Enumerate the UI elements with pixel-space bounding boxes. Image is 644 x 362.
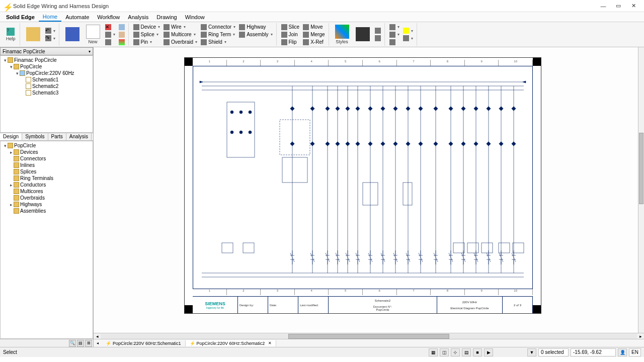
design-splices[interactable]: Splices xyxy=(2,168,92,175)
project-tree[interactable]: ▾Finamac PopCircle ▾PopCircle ▾PopCircle… xyxy=(0,55,93,133)
refresh-button[interactable] xyxy=(388,38,401,46)
status-lang[interactable]: EN xyxy=(629,348,641,356)
snap-grid-icon[interactable]: ▦ xyxy=(429,348,438,356)
assembly-button[interactable]: Assembly▾ xyxy=(237,31,274,38)
splice-button[interactable]: Splice▾ xyxy=(132,31,162,38)
find-button[interactable] xyxy=(353,23,373,46)
layer-icon[interactable]: ▤ xyxy=(462,348,471,356)
design-ringterminals[interactable]: Ring Terminals xyxy=(2,175,92,182)
design-highways[interactable]: ▸Highways xyxy=(2,201,92,208)
project-panel-header[interactable]: Finamac PopCircle ▾ xyxy=(0,47,93,55)
undo-button[interactable]: ↶▾ xyxy=(44,27,57,35)
ringterm-button[interactable]: Ring Term▾ xyxy=(199,31,237,38)
expand-icon[interactable]: ⊞ xyxy=(85,340,92,347)
tree-root[interactable]: ▾Finamac PopCircle xyxy=(2,57,92,63)
tab-design[interactable]: Design xyxy=(0,133,22,140)
flip-button[interactable]: Flip xyxy=(280,38,301,46)
design-assemblies[interactable]: Assemblies xyxy=(2,208,92,214)
horizontal-scrollbar[interactable]: ◂ ▸ xyxy=(94,333,644,339)
menu-workflow[interactable]: Workflow xyxy=(93,13,124,21)
drawing-canvas[interactable]: 12345678910 12345678910 xyxy=(94,47,644,333)
design-inlines[interactable]: Inlines xyxy=(2,162,92,168)
snap-object-icon[interactable]: ◫ xyxy=(440,348,449,356)
scroll-left-icon[interactable]: ◂ xyxy=(94,334,101,339)
shield-button[interactable]: Shield▾ xyxy=(199,38,237,46)
doc-tab-1[interactable]: ⚡PopCircle:220V 60Hz:Schematic1 xyxy=(102,340,186,346)
tree-schematic3[interactable]: Schematic3 xyxy=(2,89,92,96)
delete-button[interactable]: ✕ xyxy=(104,23,117,31)
zoom-button[interactable]: ▾ xyxy=(388,31,401,38)
scroll-right-icon[interactable]: ▸ xyxy=(637,334,644,339)
tab-parts[interactable]: Parts xyxy=(48,133,66,140)
left-panels: Finamac PopCircle ▾ ▾Finamac PopCircle ▾… xyxy=(0,47,94,347)
app-title: Solid Edge Wiring and Harness Design xyxy=(13,3,596,9)
tree-sub[interactable]: ▾PopCircle xyxy=(2,63,92,70)
filter-status-icon[interactable]: ▼ xyxy=(527,348,536,356)
menu-home[interactable]: Home xyxy=(39,13,61,22)
ortho-icon[interactable]: ⊹ xyxy=(451,348,460,356)
menu-solidedge[interactable]: Solid Edge xyxy=(2,13,39,21)
user-icon[interactable]: 👤 xyxy=(618,348,627,356)
measure-button[interactable]: ▾ xyxy=(401,35,415,42)
grid-button[interactable] xyxy=(104,38,117,46)
svg-rect-94 xyxy=(512,107,516,111)
design-devices[interactable]: ▸Devices xyxy=(2,149,92,155)
maximize-button[interactable]: ▭ xyxy=(611,1,626,11)
help-button[interactable]: ?Help xyxy=(4,27,18,42)
align-button[interactable] xyxy=(373,27,382,35)
design-conductors[interactable]: ▸Conductors xyxy=(2,182,92,188)
distribute-button[interactable] xyxy=(373,35,382,42)
schematic-content[interactable] xyxy=(196,72,530,283)
tree-schematic2[interactable]: Schematic2 xyxy=(2,83,92,89)
tool-c[interactable] xyxy=(117,38,126,46)
tool-b[interactable] xyxy=(117,31,126,38)
paste-button[interactable] xyxy=(23,23,43,46)
vertical-scrollbar[interactable] xyxy=(638,47,644,333)
tree-config[interactable]: ▾PopCircle:220V 60Hz xyxy=(2,70,92,76)
tab-symbols[interactable]: Symbols xyxy=(22,133,48,140)
tree-schematic1[interactable]: Schematic1 xyxy=(2,76,92,83)
play-icon[interactable]: ▶ xyxy=(484,348,493,356)
close-tab-icon[interactable]: ✕ xyxy=(268,341,272,345)
device-button[interactable]: Device▾ xyxy=(132,23,162,31)
highway-button[interactable]: Highway xyxy=(237,23,274,31)
multicore-button[interactable]: Multicore▾ xyxy=(162,31,199,38)
svg-rect-90 xyxy=(499,107,503,111)
join-button[interactable]: Join xyxy=(280,31,301,38)
filter-icon[interactable]: ▤ xyxy=(77,340,84,347)
merge-button[interactable]: Merge xyxy=(301,31,326,38)
tabs-nav-left[interactable]: ◂ xyxy=(97,341,102,345)
slice-button[interactable]: Slice xyxy=(280,23,301,31)
xref-button[interactable]: X-Ref xyxy=(301,38,326,46)
menu-window[interactable]: Window xyxy=(181,13,209,21)
design-root[interactable]: ▾PopCircle xyxy=(2,142,92,149)
highlight-button[interactable]: ▾ xyxy=(401,27,415,35)
menu-drawing[interactable]: Drawing xyxy=(152,13,181,21)
design-multicores[interactable]: Multicores xyxy=(2,188,92,195)
stop-icon[interactable]: ■ xyxy=(473,348,482,356)
doc-tab-2[interactable]: ⚡PopCircle:220V 60Hz:Schematic2✕ xyxy=(186,340,277,346)
styles-button[interactable]: Styles xyxy=(332,23,352,46)
titleblock: SIEMENSIngenuity for life Design by: Dat… xyxy=(193,296,533,313)
pin-button[interactable]: Pin▾ xyxy=(132,38,162,46)
search-icon[interactable]: 🔍 xyxy=(69,340,76,347)
connector-button[interactable]: Connector▾ xyxy=(199,23,237,31)
color-button[interactable] xyxy=(62,23,83,46)
tool-a[interactable] xyxy=(117,23,126,31)
menu-analysis[interactable]: Analysis xyxy=(124,13,152,21)
document-tabs: ◂ ⚡PopCircle:220V 60Hz:Schematic1 ⚡PopCi… xyxy=(94,339,644,347)
redo-button[interactable]: ↷▾ xyxy=(44,35,57,42)
overbraid-button[interactable]: Overbraid▾ xyxy=(162,38,199,46)
sheet-button[interactable]: ▾ xyxy=(104,31,117,38)
tab-analysis[interactable]: Analysis xyxy=(66,133,92,140)
menu-automate[interactable]: Automate xyxy=(61,13,93,21)
close-button[interactable]: ✕ xyxy=(626,1,641,11)
design-tree[interactable]: ▾PopCircle ▸Devices Connectors Inlines S… xyxy=(0,141,93,339)
design-connectors[interactable]: Connectors xyxy=(2,155,92,162)
wire-button[interactable]: Wire▾ xyxy=(162,23,199,31)
new-button[interactable]: New xyxy=(83,23,103,46)
design-overbraids[interactable]: Overbraids xyxy=(2,195,92,201)
zoom-fit-button[interactable]: ▾ xyxy=(388,23,401,31)
minimize-button[interactable]: — xyxy=(596,1,611,11)
move-button[interactable]: Move xyxy=(301,23,326,31)
